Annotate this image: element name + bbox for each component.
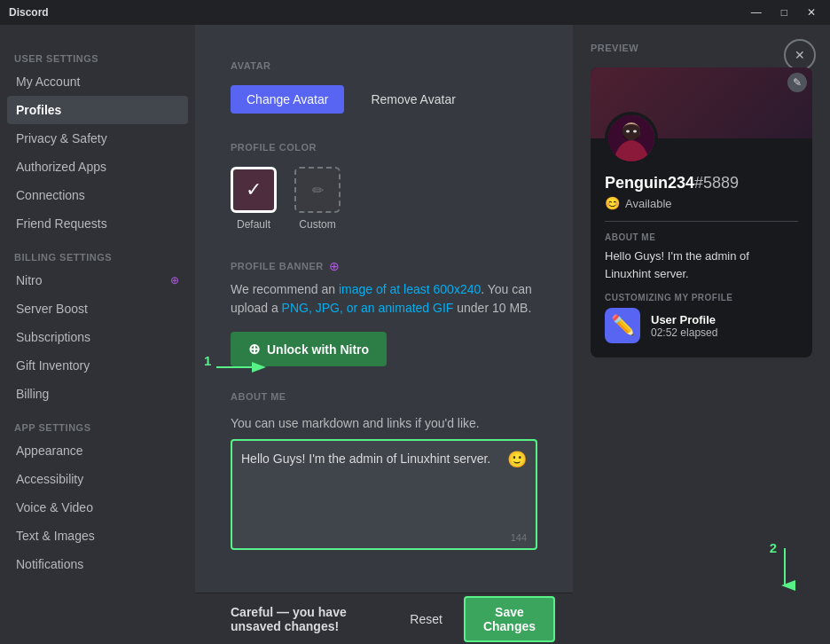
- sidebar-item-appearance[interactable]: Appearance: [7, 436, 188, 465]
- sidebar-item-label: Profiles: [16, 103, 61, 117]
- preview-about-me-label: ABOUT ME: [605, 232, 798, 242]
- profile-banner-label: PROFILE BANNER: [231, 261, 324, 271]
- color-options: ✓ Default ✏ Custom: [231, 167, 537, 231]
- maximize-button[interactable]: □: [776, 4, 793, 20]
- bottom-bar-actions: Reset Save Changes: [399, 596, 555, 642]
- default-color-swatch[interactable]: ✓ Default: [231, 167, 277, 231]
- preview-panel: ✕ ESC PREVIEW: [573, 25, 830, 644]
- annotation-arrow-2: [771, 548, 798, 593]
- profile-banner-section: PROFILE BANNER ⊕ We recommend an image o…: [231, 259, 537, 366]
- preview-app-icon: ✏️: [605, 308, 640, 343]
- nitro-icon: ⊕: [329, 259, 340, 273]
- about-me-hint: You can use markdown and links if you'd …: [231, 416, 537, 430]
- save-changes-button[interactable]: Save Changes: [464, 596, 555, 642]
- app-title: Discord: [9, 6, 49, 19]
- custom-swatch-box: ✏: [294, 167, 341, 213]
- svg-point-3: [626, 130, 630, 133]
- sidebar-item-billing[interactable]: Billing: [7, 380, 188, 408]
- sidebar-item-label: My Account: [16, 75, 80, 89]
- custom-color-swatch[interactable]: ✏ Custom: [294, 167, 341, 231]
- sidebar: USER SETTINGS My Account Profiles Privac…: [0, 25, 195, 644]
- sidebar-item-label: Privacy & Safety: [16, 131, 107, 145]
- avatar-section: AVATAR Change Avatar Remove Avatar: [231, 60, 537, 114]
- sidebar-item-label: Voice & Video: [16, 500, 93, 514]
- minimize-button[interactable]: —: [746, 4, 767, 20]
- preview-app-card: ✏️ User Profile 02:52 elapsed: [605, 308, 798, 343]
- sidebar-item-accessibility[interactable]: Accessibility: [7, 465, 188, 493]
- emoji-picker-button[interactable]: 🙂: [507, 450, 527, 469]
- close-icon: ✕: [795, 48, 805, 62]
- main-content: 1 AVATAR Change Avatar Remove Avatar PRO…: [195, 25, 573, 644]
- preview-about-me-text: Hello Guys! I'm the admin of Linuxhint s…: [605, 247, 798, 282]
- esc-circle: ✕: [784, 39, 816, 71]
- sidebar-item-server-boost[interactable]: Server Boost: [7, 295, 188, 323]
- remove-avatar-button[interactable]: Remove Avatar: [355, 85, 471, 114]
- sidebar-item-label: Friend Requests: [16, 216, 107, 231]
- sidebar-item-label: Subscriptions: [16, 330, 90, 344]
- avatar-svg: [608, 115, 654, 161]
- sidebar-item-subscriptions[interactable]: Subscriptions: [7, 323, 188, 351]
- unsaved-changes-text: Careful — you have unsaved changes!: [231, 605, 399, 633]
- about-me-input[interactable]: Hello Guys! I'm the admin of Linuxhint s…: [241, 450, 504, 524]
- banner-desc-link2: PNG, JPG, or an animated GIF: [282, 301, 454, 315]
- sidebar-item-friend-requests[interactable]: Friend Requests: [7, 209, 188, 238]
- avatar-image: [608, 115, 654, 161]
- sidebar-item-connections[interactable]: Connections: [7, 181, 188, 209]
- preview-avatar-wrapper: [605, 112, 658, 165]
- sidebar-item-label: Appearance: [16, 444, 83, 458]
- preview-card: ✎ Penguin234#5889 😊 Available ABOUT ME H…: [591, 67, 812, 357]
- sidebar-item-nitro[interactable]: Nitro ⊕: [7, 266, 188, 295]
- sidebar-item-label: Server Boost: [16, 302, 88, 316]
- banner-desc-link1: image of at least 600x240: [339, 282, 481, 296]
- default-swatch-box: ✓: [231, 167, 277, 213]
- window-controls: — □ ✕: [746, 4, 821, 20]
- sidebar-item-label: Gift Inventory: [16, 358, 90, 373]
- preview-app-info: User Profile 02:52 elapsed: [651, 313, 717, 339]
- close-button[interactable]: ✕: [802, 4, 821, 20]
- preview-label: PREVIEW: [591, 43, 812, 53]
- sidebar-item-label: Notifications: [16, 557, 83, 571]
- nitro-btn-icon: ⊕: [248, 341, 260, 357]
- unlock-nitro-label: Unlock with Nitro: [267, 342, 369, 357]
- sidebar-item-text-images[interactable]: Text & Images: [7, 522, 188, 550]
- sidebar-item-profiles[interactable]: Profiles: [7, 96, 188, 124]
- about-me-section: ABOUT ME You can use markdown and links …: [231, 391, 537, 550]
- pencil-icon: ✏️: [611, 314, 635, 337]
- preview-status: 😊 Available: [605, 196, 798, 210]
- bottom-bar: Careful — you have unsaved changes! Rese…: [195, 593, 573, 644]
- sidebar-item-label: Text & Images: [16, 529, 95, 543]
- sidebar-item-voice-video[interactable]: Voice & Video: [7, 493, 188, 522]
- sidebar-item-my-account[interactable]: My Account: [7, 67, 188, 96]
- default-swatch-label: Default: [237, 218, 270, 231]
- annotation-arrow-1: [216, 357, 270, 378]
- sidebar-item-label: Billing: [16, 387, 49, 401]
- svg-point-4: [633, 130, 637, 133]
- preview-avatar: [605, 112, 658, 165]
- app-container: USER SETTINGS My Account Profiles Privac…: [0, 25, 830, 644]
- app-settings-label: APP SETTINGS: [7, 408, 188, 436]
- preview-divider: [605, 221, 798, 222]
- change-avatar-button[interactable]: Change Avatar: [231, 85, 344, 114]
- billing-settings-label: BILLING SETTINGS: [7, 238, 188, 266]
- sidebar-item-label: Authorized Apps: [16, 160, 106, 174]
- nitro-badge: ⊕: [170, 274, 179, 287]
- sidebar-item-gift-inventory[interactable]: Gift Inventory: [7, 351, 188, 380]
- user-settings-label: USER SETTINGS: [7, 39, 188, 67]
- check-icon: ✓: [246, 178, 262, 201]
- custom-swatch-label: Custom: [299, 218, 335, 231]
- reset-button[interactable]: Reset: [399, 605, 453, 633]
- sidebar-item-authorized-apps[interactable]: Authorized Apps: [7, 153, 188, 181]
- preview-username: Penguin234#5889: [605, 174, 798, 192]
- sidebar-item-notifications[interactable]: Notifications: [7, 550, 188, 578]
- avatar-buttons: Change Avatar Remove Avatar: [231, 85, 537, 114]
- preview-card-body: Penguin234#5889 😊 Available ABOUT ME Hel…: [591, 138, 812, 357]
- profile-color-section: PROFILE COLOR ✓ Default ✏ Custom: [231, 142, 537, 231]
- status-emoji: 😊: [605, 196, 620, 210]
- sidebar-item-label: Accessibility: [16, 472, 83, 486]
- preview-app-time: 02:52 elapsed: [651, 326, 717, 339]
- avatar-label: AVATAR: [231, 60, 537, 71]
- annotation-1: 1: [204, 353, 211, 368]
- sidebar-item-privacy-safety[interactable]: Privacy & Safety: [7, 124, 188, 153]
- sidebar-item-label: Connections: [16, 188, 85, 202]
- profile-color-label: PROFILE COLOR: [231, 142, 537, 153]
